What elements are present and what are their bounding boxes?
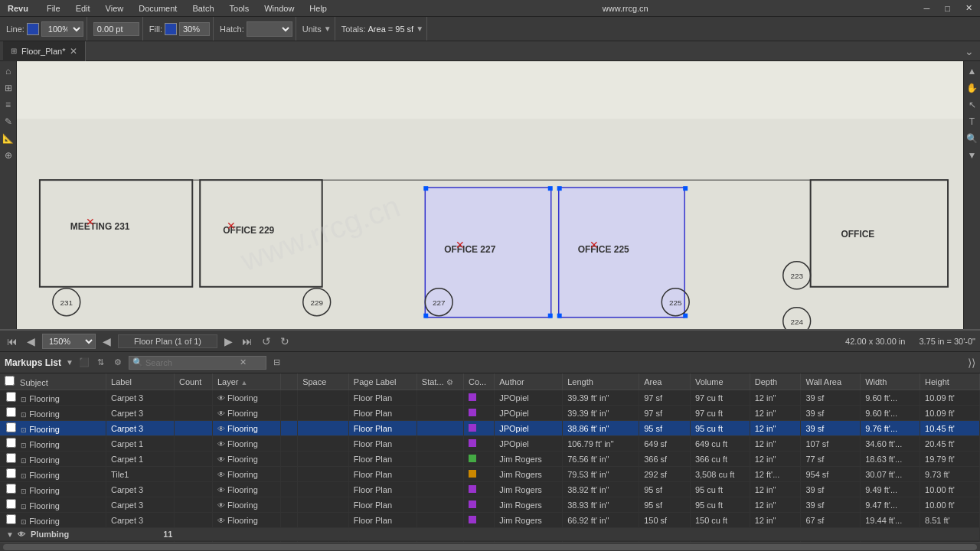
nav-step-fwd-btn[interactable]: ▶ [222, 335, 235, 347]
col-length[interactable]: Length [563, 373, 639, 390]
row-checkbox[interactable] [6, 514, 16, 524]
visibility-cell[interactable] [280, 421, 297, 436]
col-area[interactable]: Area [639, 373, 691, 390]
nav-last-btn[interactable]: ⏭ [240, 335, 255, 347]
fill-color-swatch[interactable] [165, 23, 177, 35]
col-wall-area[interactable]: Wall Area [801, 373, 861, 390]
sort-icon[interactable]: ⇅ [95, 357, 107, 369]
sidebar-home-icon[interactable]: ⌂ [2, 64, 15, 78]
table-row[interactable]: ▼ 👁 Plumbing 11 [0, 528, 980, 541]
markups-table[interactable]: Subject Label Count Layer ▲ Space Page L… [0, 373, 980, 542]
layer-eye-icon[interactable]: 👁 [217, 425, 225, 433]
table-row[interactable]: ⊡ Flooring Carpet 1 👁 Flooring Floor Pla… [0, 436, 980, 452]
select-all-checkbox[interactable] [5, 376, 15, 386]
markups-dropdown-icon[interactable]: ▼ [66, 358, 74, 367]
units-dropdown-icon[interactable]: ▼ [324, 24, 332, 33]
row-checkbox[interactable] [6, 499, 16, 509]
col-count[interactable]: Count [174, 373, 212, 390]
table-scrollbar-x[interactable] [0, 542, 980, 551]
sidebar-markup-icon[interactable]: ✎ [2, 115, 15, 129]
menu-file[interactable]: File [44, 2, 64, 15]
zoom-select[interactable]: 150% 100% 75% [42, 334, 96, 349]
right-sidebar-text-icon[interactable]: T [965, 115, 979, 129]
visibility-cell[interactable] [280, 467, 297, 482]
row-checkbox[interactable] [6, 468, 16, 478]
menu-view[interactable]: View [103, 2, 127, 15]
layer-eye-icon[interactable]: 👁 [217, 501, 225, 510]
visibility-cell[interactable] [280, 436, 297, 452]
sidebar-measure-icon[interactable]: 📐 [2, 132, 15, 145]
menu-window[interactable]: Window [261, 2, 297, 15]
search-box[interactable]: 🔍 ✕ [129, 356, 266, 370]
menu-edit[interactable]: Edit [73, 2, 93, 15]
visibility-cell[interactable] [280, 513, 297, 528]
nav-step-back-btn[interactable]: ◀ [100, 335, 113, 347]
layer-eye-icon[interactable]: 👁 [217, 517, 225, 525]
visibility-cell[interactable] [280, 406, 297, 421]
row-checkbox[interactable] [6, 407, 16, 417]
col-height[interactable]: Height [920, 373, 980, 390]
table-row[interactable]: ⊡ Flooring Tile1 👁 Flooring Floor Plan J… [0, 467, 980, 482]
menu-batch[interactable]: Batch [189, 2, 217, 15]
tab-close-btn[interactable]: ✕ [70, 46, 77, 57]
tab-floor-plan[interactable]: ⊞ Floor_Plan* ✕ [3, 41, 86, 61]
visibility-cell[interactable] [280, 497, 297, 513]
scrollbar-thumb[interactable] [3, 544, 977, 550]
right-sidebar-pan-icon[interactable]: ✋ [965, 81, 979, 95]
view-options-icon[interactable]: ⊟ [271, 357, 283, 369]
col-label[interactable]: Label [106, 373, 175, 390]
row-checkbox[interactable] [6, 484, 16, 494]
col-depth[interactable]: Depth [750, 373, 801, 390]
close-btn[interactable]: ✕ [962, 2, 975, 15]
filter-icon[interactable]: ⬛ [78, 357, 90, 369]
menu-tools[interactable]: Tools [227, 2, 253, 15]
col-layer[interactable]: Layer ▲ [212, 373, 280, 390]
hatch-select[interactable] [247, 21, 292, 37]
col-eye[interactable] [280, 373, 297, 390]
table-row[interactable]: ⊡ Flooring Carpet 3 👁 Flooring Floor Pla… [0, 497, 980, 513]
col-page-label[interactable]: Page Label [348, 373, 416, 390]
visibility-cell[interactable] [280, 482, 297, 497]
visibility-cell[interactable] [280, 452, 297, 467]
nav-prev-btn[interactable]: ◀ [24, 335, 38, 347]
group-eye-icon[interactable]: 👁 [18, 530, 25, 539]
right-sidebar-select-icon[interactable]: ↖ [965, 98, 979, 112]
area-dropdown-icon[interactable]: ▼ [416, 24, 423, 33]
line-zoom-select[interactable]: 100% [41, 21, 83, 37]
table-row[interactable]: ⊡ Flooring Carpet 3 👁 Flooring Floor Pla… [0, 482, 980, 497]
menu-document[interactable]: Document [136, 2, 180, 15]
line-color-swatch[interactable] [27, 23, 39, 35]
opacity-input[interactable] [179, 22, 210, 36]
visibility-cell[interactable] [280, 390, 297, 406]
group-expand-icon[interactable]: ▼ [6, 530, 14, 539]
nav-back-circle-btn[interactable]: ↺ [260, 335, 273, 347]
right-sidebar-scroll-down[interactable]: ▼ [965, 148, 979, 162]
col-space[interactable]: Space [298, 373, 349, 390]
sidebar-layers-icon[interactable]: ≡ [2, 98, 15, 112]
table-row[interactable]: ⊡ Flooring Carpet 3 👁 Flooring Floor Pla… [0, 513, 980, 528]
search-clear-icon[interactable]: ✕ [240, 357, 247, 367]
sidebar-grid-icon[interactable]: ⊞ [2, 81, 15, 95]
right-sidebar-zoom-icon[interactable]: 🔍 [965, 132, 979, 145]
expand-panel-btn[interactable]: ⟩⟩ [968, 357, 975, 369]
col-status[interactable]: Stat... ⚙ [416, 373, 463, 390]
col-subject[interactable]: Subject [0, 373, 106, 390]
table-row[interactable]: ⊡ Flooring Carpet 3 👁 Flooring Floor Pla… [0, 390, 980, 406]
table-row[interactable]: ⊡ Flooring Carpet 1 👁 Flooring Floor Pla… [0, 452, 980, 467]
row-checkbox[interactable] [6, 438, 16, 448]
minimize-btn[interactable]: ─ [921, 2, 933, 15]
row-checkbox[interactable] [6, 453, 16, 463]
table-row[interactable]: ⊡ Flooring Carpet 3 👁 Flooring Floor Pla… [0, 421, 980, 436]
col-volume[interactable]: Volume [690, 373, 750, 390]
layer-eye-icon[interactable]: 👁 [217, 440, 225, 448]
sidebar-stamp-icon[interactable]: ⊕ [2, 148, 15, 162]
nav-fwd-circle-btn[interactable]: ↻ [278, 335, 292, 347]
row-checkbox[interactable] [6, 422, 16, 432]
right-sidebar-scroll-up[interactable]: ▲ [965, 64, 979, 78]
table-row[interactable]: ⊡ Flooring Carpet 3 👁 Flooring Floor Pla… [0, 406, 980, 421]
col-author[interactable]: Author [495, 373, 563, 390]
search-input[interactable] [145, 358, 237, 367]
thickness-input[interactable] [93, 22, 139, 36]
layer-eye-icon[interactable]: 👁 [217, 471, 225, 479]
col-color[interactable]: Co... [463, 373, 494, 390]
